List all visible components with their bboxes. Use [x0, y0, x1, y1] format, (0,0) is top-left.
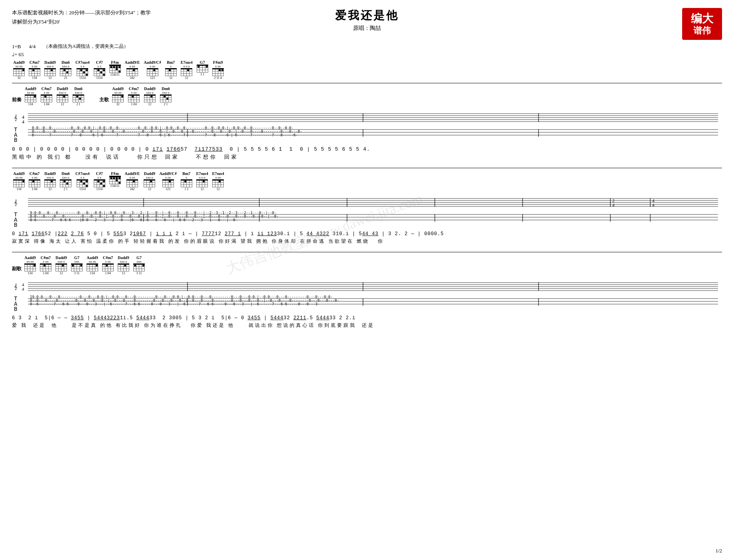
meta-row: 1=B 4/4 （本曲指法为A调指法，变调夹夹二品） [12, 43, 722, 50]
verse-chord-1: Aadd9 xo oo 32 [112, 86, 124, 106]
v2-chord-5: C♯7sus4 x x 1314 [75, 171, 90, 191]
section-prelude: 前奏 Aadd9 xo oo 134 C♯m7 x oo [12, 86, 722, 161]
verse-chord-4: Dm6 xxo o 2 1 [160, 86, 172, 106]
divider-2 [12, 168, 722, 168]
chord-Fsm9: F♯m9 x oo 2 11 4 [212, 60, 224, 80]
logo-line2: 谱伟 [693, 26, 711, 36]
section-verse2: Aadd9 xo oo 134 C♯m7 x oo 1.04 [12, 171, 722, 245]
svg-text:0--6-------7---6-6----0---0---: 0--6-------7---6-6----0---0---3---|--6--… [30, 302, 320, 306]
chorus-chords: 副歌 Aadd9 xo oo 134 C♯m7 x oo [12, 255, 722, 275]
svg-text:B: B [14, 306, 17, 312]
main-verse-label: 主歌 [99, 96, 109, 103]
verse-chord-2: C♯m7 x oo 1.04 [128, 86, 140, 106]
lyrics-line-1: 黑暗中 的 我们 都 没有 说话 你只想 回家 不想你 回家 [12, 153, 722, 161]
v2-chord-11: Bm7 x 1 2 [181, 171, 192, 191]
notation-line-2: 0 i71 176652 |222 2 76 5 0 | 5 5553 2106… [12, 231, 722, 237]
chord-Dadd9-1: Dadd9 xxo o 12 [44, 60, 56, 80]
v2-chord-7: F♯m 134111 [109, 171, 121, 188]
song-title: 爱我还是他 [152, 8, 582, 23]
chord-Fsm: F♯m 134111 [109, 60, 121, 77]
v2-chord-6: C♯7 x x 1314 [94, 171, 105, 191]
v2-chord-13: E7sus4 o oo 12 [212, 171, 224, 191]
chorus-chord-5: Aadd9 xo oo 134 [87, 255, 98, 275]
prelude-chord-1: Aadd9 xo oo 134 [25, 86, 36, 106]
chord-Dm6-1: Dm6 xxo o 21 [60, 60, 71, 80]
staff-svg-1: 𝄞 T A B 4 4 0-0--0--0---------0--0--0-0-… [12, 108, 722, 143]
chord-Aadd9E: Aadd9/E o oo 342 [125, 60, 140, 80]
svg-text:4: 4 [652, 202, 655, 207]
svg-text:4: 4 [22, 287, 24, 291]
chorus-chord-6: C♯m7 x oo 1.04 [102, 255, 114, 275]
v2-chord-9: Dadd9 xxo o 12 [144, 171, 155, 191]
title-block: 爱我还是他 原唱：陶喆 [152, 8, 582, 32]
chorus-chord-8: G7 ooo 3 11 [133, 255, 145, 275]
svg-text:0-6-------7---6-6-6----|0-0---: 0-6-------7---6-6-6----|0-0---2---3---2-… [30, 218, 237, 222]
svg-text:B: B [14, 222, 17, 228]
header-left: 本乐谱配套视频时长为：20分钟——演示部分0'到3'54"；教学讲解部分为3'5… [12, 8, 152, 27]
logo: 编大 谱伟 [682, 8, 722, 40]
chord-C7: C♯7 x x 1314 [94, 60, 105, 80]
v2-chord-4: Dm6 xxo o 2 1 [60, 171, 71, 191]
chord-Csm7-1: C♯m7 x oo 134 [29, 60, 40, 80]
chorus-chord-7: Dadd9 xxo o 12 [118, 255, 129, 275]
v2-chord-3: Dadd9 xxo o 12 [44, 171, 56, 191]
staff-svg-3: 𝄞 T A B 4 4 19-0-0---0---0---------0---0… [12, 277, 722, 312]
chord-E7sus4: E7sus4 o o o 12 [181, 60, 193, 80]
chord-Bm7: Bm7 x 12 [165, 60, 177, 80]
chord-C7sus4: C♯7sus4 x x 1314 [75, 60, 90, 80]
verse2-chords: Aadd9 xo oo 134 C♯m7 x oo 1.04 [12, 171, 722, 191]
original-singer: 原唱：陶喆 [152, 25, 582, 32]
v2-chord-10: Aadd9/C♯ x oo 123 [159, 171, 176, 191]
divider-1 [12, 83, 722, 83]
chord-Aadd9Cs: Aadd9/C♯ x oo 123 [144, 60, 161, 80]
logo-line1: 编大 [691, 12, 713, 26]
header-right: 编大 谱伟 [582, 8, 722, 40]
prelude-chord-3: Dadd9 xxo o 12 [57, 86, 68, 106]
svg-text:6-------7---------7---8-----6-: 6-------7---------7---8-----6-|-6------7… [32, 133, 298, 137]
chorus-chord-1: Aadd9 xo oo 134 [24, 255, 36, 275]
section-chorus: 副歌 Aadd9 xo oo 134 C♯m7 x oo [12, 255, 722, 329]
svg-text:4: 4 [22, 119, 24, 125]
v2-chord-8: Aadd9/E o oo 342 [125, 171, 140, 191]
chord-diagrams-row1: Aadd9 xo oo 32 C♯m7 x oo 134 Dadd9 xxo o [12, 60, 722, 80]
chorus-label: 副歌 [12, 265, 22, 272]
lyrics-line-2: 寂寞深 得像 海太 让人 害怕 温柔你 的手 轻轻握着我 的发 你的眉眼说 你好… [12, 238, 722, 245]
divider-3 [12, 252, 722, 252]
prelude-chords: 前奏 Aadd9 xo oo 134 C♯m7 x oo [12, 86, 722, 106]
svg-text:𝄞: 𝄞 [14, 283, 17, 291]
lyrics-chorus: 爱 我 还是 他 是不是真 的他 有比我好 你为谁在挣扎 你爱 我还是 他 就说… [12, 322, 722, 329]
tempo: ♩= 65 [12, 51, 24, 58]
tempo-row: ♩= 65 [12, 51, 722, 58]
staff-svg-2: 𝄞 T A B 9-0-0---0---0---------0---0---0-… [12, 193, 722, 228]
notation-chorus: 6 3 2 i 5|6 — — 3455 | 544432231i.5 5444… [12, 315, 722, 321]
verse-chord-3: Dadd9 xxo o 12 [144, 86, 156, 106]
page-number: 1/2 [715, 548, 722, 554]
chord-Aadd9-1: Aadd9 xo oo 32 [13, 60, 25, 80]
prelude-label: 前奏 [12, 96, 22, 103]
svg-text:𝄞: 𝄞 [14, 114, 17, 122]
v2-chord-1: Aadd9 xo oo 134 [13, 171, 25, 191]
chorus-chord-3: Dadd9 xxo o 12 [55, 255, 67, 275]
finger-note: （本曲指法为A调指法，变调夹夹二品） [43, 43, 128, 50]
chorus-chord-2: C♯m7 x oo 1.04 [40, 255, 51, 275]
v2-chord-2: C♯m7 x oo 1.04 [29, 171, 40, 191]
svg-text:4: 4 [612, 202, 615, 207]
video-info: 本乐谱配套视频时长为：20分钟——演示部分0'到3'54"；教学讲解部分为3'5… [12, 8, 152, 27]
v2-chord-12: E7sus4 o o o 12 [196, 171, 208, 191]
chorus-chord-4: G7 ooo 3 11 [71, 255, 83, 275]
notation-line-1: 0 0 0 | 0 0 0 0 | 0 0 0 0 | 0 0 0 0 | 0 … [12, 146, 722, 152]
key-info: 1=B [12, 43, 21, 50]
prelude-chord-2: C♯m7 x oo 1.04 [41, 86, 52, 106]
svg-text:B: B [14, 137, 17, 143]
chord-G7: G7 3 1 [197, 60, 208, 76]
header: 本乐谱配套视频时长为：20分钟——演示部分0'到3'54"；教学讲解部分为3'5… [12, 8, 722, 40]
time-sig: 4/4 [29, 43, 36, 50]
prelude-chord-4: Dm6 xxo o 2 1 [73, 86, 84, 106]
page: 大伟吉他教室 www.dawei.jita.com 本乐谱配套视频时长为：20分… [0, 0, 734, 560]
svg-text:𝄞: 𝄞 [14, 199, 17, 206]
